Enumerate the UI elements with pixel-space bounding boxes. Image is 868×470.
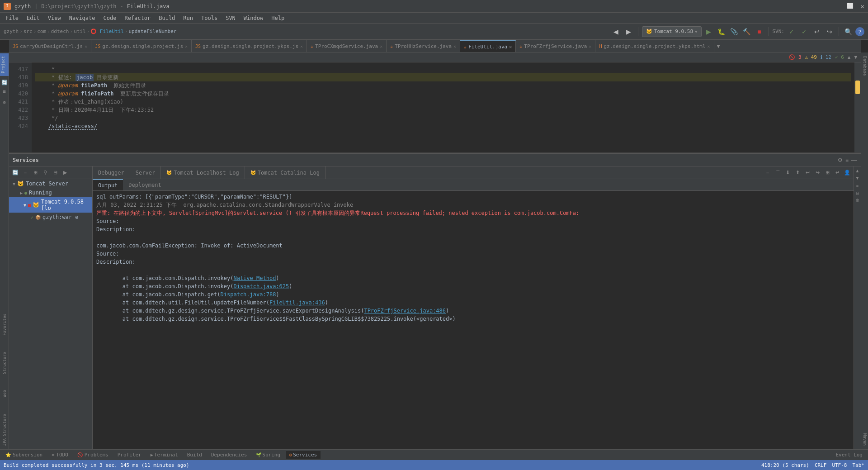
output-menu-button[interactable]: ≡ <box>763 168 772 177</box>
menu-build[interactable]: Build <box>155 14 179 22</box>
menu-window[interactable]: Window <box>240 14 267 22</box>
attach-button[interactable]: 📎 <box>729 26 740 37</box>
event-log-button[interactable]: Event Log <box>832 451 866 459</box>
tab-close-7[interactable]: ✕ <box>708 44 710 49</box>
charset[interactable]: UTF-8 <box>832 462 847 468</box>
tab-carryout-close[interactable]: ✕ <box>85 44 87 49</box>
tab-tprohHz[interactable]: ☕ TProHHzService.java ✕ <box>387 40 460 52</box>
tab-close-5[interactable]: ✕ <box>453 44 456 49</box>
left-panel-favorites[interactable]: Favorites <box>1 311 8 338</box>
tree-item-running[interactable]: ▶ ● Running <box>9 188 92 197</box>
breadcrumb-util[interactable]: util <box>74 28 86 34</box>
tab-close-4[interactable]: ✕ <box>380 44 382 49</box>
scroll-action-1[interactable]: ≡ <box>854 183 861 189</box>
run-config-selector[interactable]: 🐱 Tomcat 9.0.58 ▼ <box>642 26 702 37</box>
bottom-tab-build[interactable]: Build <box>184 451 206 459</box>
svc-tab-debugger[interactable]: Debugger <box>93 166 130 179</box>
breadcrumb-src[interactable]: src <box>24 28 33 34</box>
build-button[interactable]: 🔨 <box>741 26 752 37</box>
menu-run[interactable]: Run <box>179 14 197 22</box>
line-separator[interactable]: CRLF <box>815 462 827 468</box>
services-config-button[interactable]: ≡ <box>845 157 849 163</box>
output-down-button[interactable]: ⬇ <box>783 168 792 177</box>
left-panel-settings[interactable]: ⚙ <box>0 99 9 107</box>
info-count[interactable]: ℹ 12 <box>821 54 831 60</box>
scroll-down-button[interactable]: ▼ <box>854 175 861 181</box>
left-panel-structure[interactable]: Structure <box>1 349 8 377</box>
breadcrumb-fileutil[interactable]: ⭕ FileUtil <box>90 28 124 34</box>
ok-count[interactable]: ✓ 6 <box>835 54 844 60</box>
right-panel-maven[interactable]: Maven <box>862 431 868 448</box>
run-button[interactable]: ▶ <box>703 26 714 37</box>
link-dispatch-788[interactable]: Dispatch.java:788 <box>221 291 276 298</box>
tree-expand-button[interactable]: ⊞ <box>31 168 40 177</box>
output-user-button[interactable]: 👤 <box>843 168 852 177</box>
svc-tab-localhost-log[interactable]: 🐱 Tomcat Localhost Log <box>161 166 245 179</box>
subtab-deployment[interactable]: Deployment <box>123 179 166 190</box>
tab-gz-html[interactable]: H gz.design.single.project.ykps.html ✕ <box>595 40 714 52</box>
left-panel-refresh[interactable]: 🔄 <box>0 79 9 87</box>
minimize-button[interactable]: — <box>835 3 839 10</box>
tree-more-button[interactable]: ▶ <box>61 168 70 177</box>
bottom-tab-terminal[interactable]: ▶ Terminal <box>147 451 182 459</box>
scroll-action-3[interactable]: 🗑 <box>854 197 861 204</box>
menu-view[interactable]: View <box>44 14 65 22</box>
search-button[interactable]: 🔍 <box>843 26 854 37</box>
tab-carryout[interactable]: JS carryOutDesignCtrl.js ✕ <box>9 40 91 52</box>
help-button[interactable]: ? <box>855 27 864 36</box>
bottom-tab-spring[interactable]: 🌱 Spring <box>252 451 284 459</box>
subtab-output[interactable]: Output <box>93 179 123 190</box>
link-fileutil-436[interactable]: FileUtil.java:436 <box>269 299 325 306</box>
services-close-button[interactable]: — <box>851 157 857 163</box>
menu-edit[interactable]: Edit <box>23 14 43 22</box>
cursor-position[interactable]: 418:20 (5 chars) <box>761 462 809 468</box>
svn-check-button[interactable]: ✓ <box>786 26 797 37</box>
services-settings-button[interactable]: ⚙ <box>838 157 843 163</box>
tree-filter-button[interactable]: ⚲ <box>41 168 50 177</box>
link-native-method[interactable]: Native Method <box>233 275 276 281</box>
forward-button[interactable]: ▶ <box>623 26 634 37</box>
menu-help[interactable]: Help <box>268 14 288 22</box>
breadcrumb-gzyth[interactable]: gzyth <box>4 28 19 34</box>
output-undo-button[interactable]: ↩ <box>803 168 812 177</box>
tab-close-fileutil[interactable]: ✕ <box>509 44 512 49</box>
tree-refresh-button[interactable]: 🔄 <box>11 168 20 177</box>
menu-navigate[interactable]: Navigate <box>66 14 99 22</box>
tab-close-3[interactable]: ✕ <box>300 44 303 49</box>
code-content-area[interactable]: * * 描述: jacob 目录更新 * @param filePath 原始文… <box>32 62 854 152</box>
tab-gz-design[interactable]: JS gz.design.single.project.js ✕ <box>91 40 192 52</box>
bottom-tab-problems[interactable]: 🚫 Problems <box>74 451 112 459</box>
tab-more-button[interactable]: ▼ <box>714 40 723 52</box>
left-panel-project[interactable]: Project <box>0 53 9 76</box>
link-tpro-486[interactable]: TProFZrfjService.java:486 <box>364 308 446 314</box>
warning-count[interactable]: ⚠ 49 <box>805 54 817 60</box>
tree-item-tomcat-instance[interactable]: ▼ ■ 🐱 Tomcat 9.0.58 [lo <box>9 197 92 213</box>
maximize-button[interactable]: ⬜ <box>847 3 854 10</box>
error-nav-down[interactable]: ▼ <box>854 54 857 60</box>
svc-tab-catalina-log[interactable]: 🐱 Tomcat Catalina Log <box>245 166 326 179</box>
close-button[interactable]: ✕ <box>861 3 864 10</box>
svn-revert-button[interactable]: ↩ <box>811 26 822 37</box>
svc-tab-server[interactable]: Server <box>130 166 161 179</box>
tree-collapse-button[interactable]: ≡ <box>21 168 30 177</box>
error-count[interactable]: 🚫 3 <box>789 54 801 60</box>
scroll-action-2[interactable]: ⊟ <box>854 190 861 196</box>
left-panel-web[interactable]: Web <box>1 387 8 400</box>
left-panel-collapse[interactable]: ≡ <box>0 88 9 96</box>
tab-close-6[interactable]: ✕ <box>589 44 591 49</box>
bottom-tab-profiler[interactable]: Profiler <box>114 451 145 459</box>
bottom-tab-subversion[interactable]: ⭐ Subversion <box>2 451 46 459</box>
svn-commit-button[interactable]: ✓ <box>799 26 810 37</box>
back-button[interactable]: ◀ <box>611 26 622 37</box>
tab-fileutil[interactable]: ☕ FileUtil.java ✕ <box>460 40 516 52</box>
stop-button[interactable]: ■ <box>754 26 765 37</box>
output-up-button[interactable]: ⬆ <box>793 168 802 177</box>
debug-button[interactable]: 🐛 <box>716 26 727 37</box>
bottom-tab-dependencies[interactable]: Dependencies <box>208 451 250 459</box>
menu-refactor[interactable]: Refactor <box>121 14 154 22</box>
left-panel-jpa[interactable]: JPA Structure <box>1 411 8 448</box>
breadcrumb-ddtech[interactable]: ddtech <box>51 28 69 34</box>
tree-item-tomcat-server[interactable]: ▼ 🐱 Tomcat Server <box>9 179 92 188</box>
link-dispatch-625[interactable]: Dispatch.java:625 <box>233 283 289 290</box>
tab-gz-ykps[interactable]: JS gz.design.single.project.ykps.js ✕ <box>192 40 307 52</box>
